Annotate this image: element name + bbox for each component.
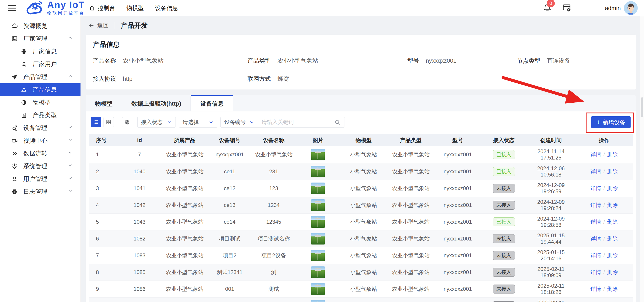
device-image: [311, 182, 325, 194]
column-header: 型号: [434, 134, 481, 146]
cell-status: 已接入: [481, 146, 526, 163]
table-row: 3 1041 农业小型气象站 ce12 123 小型气象站 农业小型气象站 ny…: [89, 180, 633, 197]
product-fields: 产品名称农业小型气象站产品类型农业小型气象站型号nyxxqxz001节点类型直连…: [93, 57, 629, 83]
delete-link[interactable]: 删除: [607, 168, 618, 174]
cell-name: 123: [252, 180, 296, 197]
value-filter-select[interactable]: 请选择: [179, 117, 217, 128]
sidebar-item-1[interactable]: 资源概览: [0, 20, 80, 32]
sidebar-item-4[interactable]: 厂家用户: [0, 58, 80, 70]
hexagon-icon: [11, 188, 18, 195]
add-device-label: 新增设备: [603, 118, 625, 126]
back-button[interactable]: 返回: [88, 22, 109, 30]
sidebar-item-label: 设备管理: [23, 124, 48, 132]
delete-link[interactable]: 删除: [607, 286, 618, 292]
hamburger-menu-icon[interactable]: [8, 4, 16, 12]
sidebar-item-10[interactable]: 视频中心: [0, 134, 80, 147]
nav-item-label: 设备信息: [155, 4, 178, 12]
vertical-scrollbar[interactable]: [640, 16, 644, 302]
sidebar-item-14[interactable]: 日志管理: [0, 185, 80, 198]
avatar[interactable]: [624, 1, 638, 15]
card-icon: [11, 35, 18, 42]
action-separator: /: [603, 168, 605, 174]
tab-3[interactable]: 设备信息: [191, 95, 233, 111]
cell-code: nyxxqxz001: [208, 146, 252, 163]
sidebar-item-8[interactable]: 产品类型: [0, 109, 80, 122]
cell-actions: 详情/删除: [575, 264, 633, 280]
cell-status: 未接入: [481, 297, 526, 302]
table-row: 9 1086 农业小型气象站 001 测试 小型气象站 农业小型气象站 nyxx…: [89, 280, 633, 297]
cell-code: ceshishebei30: [208, 297, 252, 302]
add-device-button[interactable]: + 新增设备: [591, 116, 630, 128]
column-header: id: [118, 134, 162, 146]
value-filter-placeholder: 请选择: [183, 118, 199, 126]
sidebar-item-13[interactable]: 用户管理: [0, 172, 80, 185]
cell-model: 小型气象站: [340, 146, 387, 163]
cell-product: 农业小型气象站: [162, 180, 208, 197]
detail-link[interactable]: 详情: [590, 219, 601, 225]
cell-seq: 3: [89, 180, 118, 197]
cell-id: 1085: [118, 264, 162, 280]
delete-link[interactable]: 删除: [607, 202, 618, 208]
detail-link[interactable]: 详情: [590, 185, 601, 191]
sidebar-item-5[interactable]: 产品管理: [0, 70, 80, 83]
panel-settings-icon: [562, 3, 571, 12]
delete-link[interactable]: 删除: [607, 219, 618, 225]
detail-link[interactable]: 详情: [590, 236, 601, 242]
sidebar-item-7[interactable]: 物模型: [0, 96, 80, 109]
product-info-title: 产品信息: [93, 40, 629, 49]
keyword-input[interactable]: [258, 117, 330, 128]
sidebar-item-2[interactable]: 厂家管理: [0, 32, 80, 45]
sidebar-item-9[interactable]: 设备管理: [0, 122, 80, 134]
chevron-down-icon: [68, 124, 73, 131]
nav-item-1[interactable]: 控制台: [89, 4, 115, 12]
sidebar-item-label: 资源概览: [23, 22, 48, 30]
sidebar-item-11[interactable]: 数据流转: [0, 147, 80, 160]
action-separator: /: [603, 219, 605, 225]
cell-name: 项目测试名称: [252, 230, 296, 247]
cell-created: 2024-12-09 19:28:58: [526, 214, 575, 230]
detail-link[interactable]: 详情: [590, 168, 601, 174]
search-field-select[interactable]: 设备编号: [220, 117, 258, 128]
delete-link[interactable]: 删除: [607, 185, 618, 191]
delete-link[interactable]: 删除: [607, 252, 618, 258]
detail-link[interactable]: 详情: [590, 152, 601, 158]
cell-product: 农业小型气象站: [162, 264, 208, 280]
workbench-button[interactable]: [562, 3, 571, 13]
grid-view-button[interactable]: [104, 117, 114, 127]
search-button[interactable]: [330, 117, 345, 128]
notifications-button[interactable]: 0: [543, 3, 552, 13]
notification-count-badge: 0: [547, 0, 555, 8]
cell-status: 未接入: [481, 180, 526, 197]
detail-link[interactable]: 详情: [590, 252, 601, 258]
field-label: 节点类型: [517, 57, 540, 65]
action-separator: /: [603, 252, 605, 258]
sidebar-item-3[interactable]: 厂家信息: [0, 45, 80, 58]
keyword-search-group: 设备编号: [220, 117, 345, 128]
tab-2[interactable]: 数据上报驱动(http): [122, 95, 191, 111]
tabs-bar: 物模型数据上报驱动(http)设备信息: [86, 95, 636, 112]
sidebar-item-6[interactable]: 产品信息: [0, 83, 80, 96]
cell-status: 已接入: [481, 214, 526, 230]
detail-link[interactable]: 详情: [590, 202, 601, 208]
sidebar-item-12[interactable]: 系统管理: [0, 160, 80, 172]
nav-item-2[interactable]: 物模型: [126, 4, 144, 12]
detail-link[interactable]: 详情: [590, 269, 601, 275]
cell-status: 未接入: [481, 264, 526, 280]
chevron-down-icon: [209, 120, 214, 124]
flow-icon: [11, 150, 18, 157]
list-view-button[interactable]: [91, 117, 101, 127]
status-filter-select[interactable]: 接入状态: [137, 117, 176, 128]
column-settings-button[interactable]: [122, 117, 132, 127]
cell-name: 12345: [252, 214, 296, 230]
scrollbar-thumb[interactable]: [641, 97, 643, 117]
delete-link[interactable]: 删除: [607, 269, 618, 275]
column-header: 设备名称: [252, 134, 296, 146]
tab-1[interactable]: 物模型: [86, 95, 122, 111]
nav-item-3[interactable]: 设备信息: [155, 4, 178, 12]
cell-created: 2024-12-09 19:28:24: [526, 197, 575, 214]
cell-model-no: nyxxqxz001: [434, 280, 481, 297]
cell-model-no: nyxxqxz001: [434, 163, 481, 180]
delete-link[interactable]: 删除: [607, 236, 618, 242]
delete-link[interactable]: 删除: [607, 152, 618, 158]
detail-link[interactable]: 详情: [590, 286, 601, 292]
